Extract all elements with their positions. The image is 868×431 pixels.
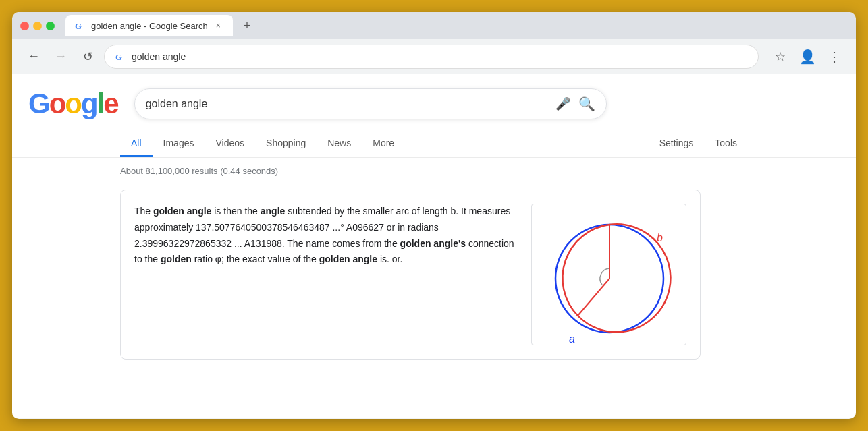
search-tabs: All Images Videos Shopping News More Set… [12,131,856,158]
menu-icon: ⋮ [828,49,841,65]
search-icon[interactable]: 🔍 [578,96,595,112]
results-area: About 81,100,000 results (0.44 seconds) … [12,158,856,360]
nav-extra-icons: ☆ 👤 ⋮ [769,46,845,67]
search-tabs-right: Settings Tools [649,131,748,157]
forward-button[interactable]: → [50,46,72,67]
svg-line-4 [578,279,609,316]
snippet-image: b a [531,204,686,345]
search-area: Google 🎤 🔍 [12,88,856,120]
logo-letter-o1: o [49,88,65,119]
svg-text:b: b [657,232,663,243]
logo-letter-g: G [28,88,49,119]
tab-close-button[interactable]: × [213,20,223,32]
tab-all[interactable]: All [120,131,153,157]
tab-title: golden angle - Google Search [91,21,208,31]
traffic-lights [20,22,55,30]
minimize-button[interactable] [33,22,42,30]
tab-more[interactable]: More [362,131,405,157]
tab-tools[interactable]: Tools [704,131,748,157]
logo-letter-g2: g [81,88,97,119]
golden-angle-diagram: b a [532,204,686,345]
address-bar[interactable]: G golden angle [104,45,759,69]
star-icon: ☆ [775,49,786,64]
logo-letter-e: e [103,88,117,119]
tab-shopping[interactable]: Shopping [255,131,317,157]
bookmark-button[interactable]: ☆ [769,46,791,67]
browser-window: G golden angle - Google Search × + ← → ↺… [12,12,856,419]
account-icon: 👤 [799,49,816,65]
microphone-icon[interactable]: 🎤 [555,96,570,111]
search-input[interactable] [146,98,547,110]
logo-letter-l: l [97,88,104,119]
search-icons: 🎤 🔍 [555,96,595,112]
tab-settings[interactable]: Settings [649,131,705,157]
snippet-text: The golden angle is then the angle subte… [134,204,518,345]
page-content: Google 🎤 🔍 All Images Videos Shopping Ne… [12,74,856,418]
address-text: golden angle [132,51,742,62]
search-box[interactable]: 🎤 🔍 [134,88,607,119]
back-button[interactable]: ← [23,46,45,67]
title-bar: G golden angle - Google Search × + [12,12,856,39]
results-count: About 81,100,000 results (0.44 seconds) [120,163,748,176]
logo-letter-o2: o [65,88,81,119]
address-favicon: G [115,51,126,62]
tab-videos[interactable]: Videos [205,131,255,157]
browser-tab[interactable]: G golden angle - Google Search × [65,15,233,36]
menu-button[interactable]: ⋮ [823,46,845,67]
navigation-bar: ← → ↺ G golden angle ☆ 👤 ⋮ [12,39,856,74]
featured-snippet: The golden angle is then the angle subte… [120,190,701,360]
maximize-button[interactable] [46,22,55,30]
account-button[interactable]: 👤 [796,46,818,67]
svg-text:G: G [115,52,122,62]
tab-news[interactable]: News [317,131,362,157]
svg-text:a: a [569,333,575,345]
search-box-container: 🎤 🔍 [134,88,607,119]
close-button[interactable] [20,22,29,30]
tab-favicon: G [75,20,86,31]
svg-text:G: G [75,21,82,31]
refresh-button[interactable]: ↺ [77,46,99,67]
google-logo: Google [28,88,118,120]
new-tab-button[interactable]: + [238,16,256,36]
tab-images[interactable]: Images [153,131,205,157]
